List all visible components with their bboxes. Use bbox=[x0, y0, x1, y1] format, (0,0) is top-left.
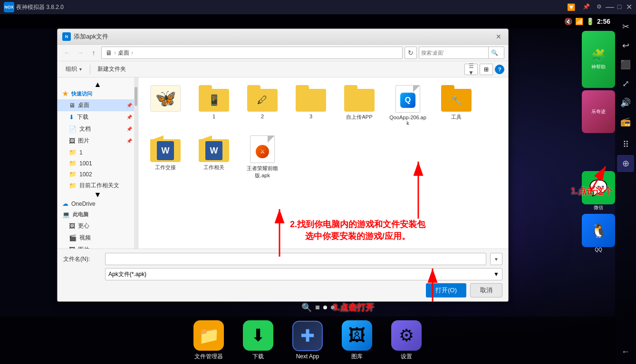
file-item-work-handover[interactable]: W 工作交接 bbox=[144, 134, 187, 181]
left-item-downloads[interactable]: ⬇ 下载 📌 bbox=[58, 111, 138, 123]
folder1-label: 1 bbox=[79, 149, 83, 156]
left-item-desktop[interactable]: 🖥 桌面 📌 bbox=[58, 99, 138, 111]
dock-item-nextapp[interactable]: ✚ Next App bbox=[292, 321, 323, 360]
video-label: 视频 bbox=[79, 234, 91, 242]
filetype-label: Apk文件(*.apk) bbox=[108, 270, 146, 278]
file-item-wzry[interactable]: ⚔ 王者荣耀前瞻版.apk bbox=[241, 134, 284, 181]
window-minimize-button[interactable]: — bbox=[607, 3, 613, 10]
status-bar: 🔇 📶 🔋 2:56 bbox=[0, 14, 615, 29]
file-item-folder3[interactable]: 3 bbox=[289, 83, 332, 128]
left-item-work[interactable]: 📁 目前工作相关文 bbox=[58, 180, 138, 192]
nav-up-button[interactable]: ↑ bbox=[88, 47, 99, 58]
work-handover-folder-icon: W bbox=[150, 135, 181, 162]
view-toggle-button[interactable]: ⊞ bbox=[480, 64, 493, 75]
dialog-bottom: 文件名(N): ▼ Apk文件(*.apk) ▼ 打开(O) 取消 bbox=[58, 249, 508, 301]
filetype-select[interactable]: Apk文件(*.apk) ▼ bbox=[105, 268, 502, 280]
folder1001-label: 1001 bbox=[79, 160, 92, 167]
breadcrumb-desktop: 桌面 bbox=[118, 49, 129, 57]
left-item-xinhuan[interactable]: 🖼 更心 bbox=[58, 220, 138, 232]
filetype-row: Apk文件(*.apk) ▼ bbox=[63, 268, 502, 280]
folder1002-icon: 📁 bbox=[69, 171, 77, 178]
cancel-button[interactable]: 取消 bbox=[470, 283, 502, 297]
folder2-big-icon: 🖊 bbox=[247, 85, 278, 112]
scroll-up-button[interactable]: ▲ bbox=[58, 81, 138, 88]
search-input[interactable] bbox=[419, 50, 488, 56]
file-item-qooapp[interactable]: Q QooApp-206.apk bbox=[386, 83, 429, 128]
dock-item-settings[interactable]: ⚙ 设置 bbox=[391, 320, 422, 361]
filemanager-icon: 📁 bbox=[193, 320, 224, 351]
dialog-logo: N bbox=[62, 32, 71, 41]
pin-icon-pictures: 📌 bbox=[126, 138, 132, 144]
pin-icon[interactable]: 📌 bbox=[581, 3, 592, 11]
qooapp-inner-icon: Q bbox=[400, 93, 415, 108]
dock-item-gallery[interactable]: 🖼 图库 bbox=[342, 320, 372, 361]
right-app-helper[interactable]: 🧩 神帮助 bbox=[582, 31, 615, 88]
sidebar-apps-icon[interactable]: ⠿ bbox=[617, 136, 634, 153]
right-app-qq[interactable]: 🐧 bbox=[582, 214, 615, 247]
battery-icon: 🔋 bbox=[586, 18, 594, 25]
left-item-photo[interactable]: 🖼 图片 bbox=[58, 244, 138, 249]
work-related-folder-icon: W bbox=[199, 135, 229, 162]
nav-forward-button[interactable]: → bbox=[75, 47, 86, 58]
window-maximize-button[interactable]: □ bbox=[616, 3, 623, 10]
scroll-down-button[interactable]: ▼ bbox=[58, 192, 138, 198]
step3-text: 3.点击打开 bbox=[333, 303, 374, 312]
search-dock-icon[interactable]: 🔍 bbox=[301, 302, 312, 313]
file-grid: 🦋 📱 1 bbox=[142, 81, 504, 183]
sidebar-back-icon[interactable]: ← bbox=[617, 343, 634, 360]
folder1002-label: 1002 bbox=[79, 171, 92, 178]
refresh-button[interactable]: ↻ bbox=[405, 47, 417, 59]
left-item-video[interactable]: 🎬 视频 bbox=[58, 232, 138, 244]
open-button[interactable]: 打开(O) bbox=[426, 283, 466, 297]
dock-item-filemanager[interactable]: 📁 文件管理器 bbox=[193, 320, 224, 361]
computer-icon: 💻 bbox=[62, 211, 70, 218]
window-close-button[interactable]: ✕ bbox=[626, 3, 632, 10]
left-item-1002[interactable]: 📁 1002 bbox=[58, 169, 138, 180]
app-title: 夜神模拟器 3.8.2.0 bbox=[16, 3, 564, 11]
left-item-1001[interactable]: 📁 1001 bbox=[58, 158, 138, 169]
photo-icon: 🖼 bbox=[69, 246, 75, 249]
settings-label: 设置 bbox=[401, 353, 412, 361]
settings-icon[interactable]: ⚙ bbox=[595, 3, 604, 11]
right-app-game-label: 乐奇迹 bbox=[582, 90, 615, 133]
downloads-label: 下载 bbox=[77, 113, 88, 121]
left-item-1[interactable]: 📁 1 bbox=[58, 147, 138, 158]
file-item-tools[interactable]: 🔧 工具 bbox=[435, 83, 478, 128]
help-button[interactable]: ? bbox=[495, 65, 504, 74]
pin-icon-documents: 📌 bbox=[126, 126, 132, 132]
sidebar-sound-icon[interactable]: 📻 bbox=[617, 113, 634, 130]
sidebar-layout-icon[interactable]: ⬛ bbox=[617, 56, 634, 73]
left-item-documents[interactable]: 📄 文档 📌 bbox=[58, 123, 138, 135]
left-scrollbar[interactable] bbox=[134, 77, 138, 249]
sidebar-volume-icon[interactable]: 🔊 bbox=[617, 94, 634, 111]
computer-section: 💻 此电脑 bbox=[58, 209, 138, 220]
new-folder-button[interactable]: 新建文件夹 bbox=[93, 63, 130, 75]
filename-dropdown[interactable]: ▼ bbox=[490, 253, 502, 265]
sidebar-refresh-icon[interactable]: ↩ bbox=[617, 37, 634, 54]
onedrive-item[interactable]: ☁ OneDrive bbox=[58, 198, 138, 209]
minimize-icon[interactable]: 🔽 bbox=[564, 3, 578, 11]
dot1 bbox=[316, 306, 319, 309]
sidebar-expand-icon[interactable]: ⤢ bbox=[617, 75, 634, 92]
file-item-folder2[interactable]: 🖊 2 bbox=[241, 83, 284, 128]
download-icon: ⬇ bbox=[69, 114, 74, 121]
sidebar-scissors-icon[interactable]: ✂ bbox=[617, 18, 634, 35]
folder1-big-icon: 📱 bbox=[199, 85, 229, 112]
file-item-upload[interactable]: 自上传APP bbox=[338, 83, 381, 128]
new-folder-label: 新建文件夹 bbox=[97, 65, 126, 73]
file-item-folder1[interactable]: 📱 1 bbox=[193, 83, 235, 128]
sidebar-install-icon[interactable]: ⊕ bbox=[617, 155, 634, 172]
status-time: 2:56 bbox=[597, 18, 610, 25]
search-button[interactable]: 🔍 bbox=[488, 47, 501, 59]
file-item-butterfly[interactable]: 🦋 bbox=[144, 83, 187, 128]
dialog-close-button[interactable]: ✕ bbox=[494, 32, 503, 41]
filename-input[interactable] bbox=[105, 253, 486, 265]
view-dropdown-button[interactable]: ☰ ▼ bbox=[464, 64, 478, 75]
filetype-arrow: ▼ bbox=[493, 271, 499, 278]
organize-button[interactable]: 组织 ▼ bbox=[61, 63, 87, 75]
left-item-pictures[interactable]: 🖼 图片 📌 bbox=[58, 135, 138, 147]
nav-back-button[interactable]: ← bbox=[61, 47, 73, 58]
nox-logo: NOX bbox=[4, 2, 14, 12]
dock-item-download[interactable]: ⬇ 下载 bbox=[243, 320, 273, 361]
file-item-work-related[interactable]: W 工作相关 bbox=[193, 134, 235, 181]
